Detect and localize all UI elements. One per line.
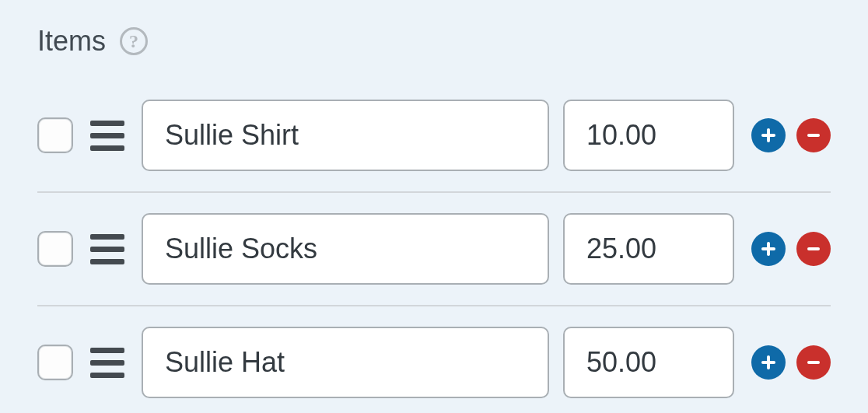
svg-rect-5 <box>807 247 820 250</box>
item-name-input[interactable] <box>142 100 549 171</box>
row-actions <box>751 118 831 152</box>
default-checkbox[interactable] <box>37 231 73 267</box>
section-header: Items ? <box>37 25 831 58</box>
plus-icon <box>760 127 777 144</box>
plus-icon <box>760 240 777 257</box>
svg-rect-2 <box>807 134 820 137</box>
item-price-input[interactable] <box>563 327 734 398</box>
plus-icon <box>760 354 777 371</box>
remove-row-button[interactable] <box>796 232 831 266</box>
minus-icon <box>805 127 822 144</box>
add-row-button[interactable] <box>751 232 786 266</box>
item-row <box>37 193 831 306</box>
item-name-input[interactable] <box>142 213 549 285</box>
remove-row-button[interactable] <box>796 118 831 152</box>
item-price-input[interactable] <box>563 213 734 285</box>
help-icon[interactable]: ? <box>120 27 148 55</box>
drag-handle-icon[interactable] <box>87 117 128 154</box>
minus-icon <box>805 354 822 371</box>
row-actions <box>751 232 831 266</box>
minus-icon <box>805 240 822 257</box>
add-row-button[interactable] <box>751 118 786 152</box>
add-row-button[interactable] <box>751 345 786 380</box>
remove-row-button[interactable] <box>796 345 831 380</box>
default-checkbox[interactable] <box>37 117 73 153</box>
item-name-input[interactable] <box>142 327 549 398</box>
row-actions <box>751 345 831 380</box>
drag-handle-icon[interactable] <box>87 231 128 268</box>
section-title: Items <box>37 25 106 58</box>
default-checkbox[interactable] <box>37 345 73 380</box>
items-list <box>37 79 831 413</box>
item-row <box>37 306 831 413</box>
svg-rect-8 <box>807 361 820 364</box>
svg-rect-1 <box>761 134 775 137</box>
item-price-input[interactable] <box>563 100 734 171</box>
item-row <box>37 79 831 193</box>
svg-rect-4 <box>761 247 775 250</box>
svg-rect-7 <box>761 361 775 364</box>
drag-handle-icon[interactable] <box>87 345 128 381</box>
